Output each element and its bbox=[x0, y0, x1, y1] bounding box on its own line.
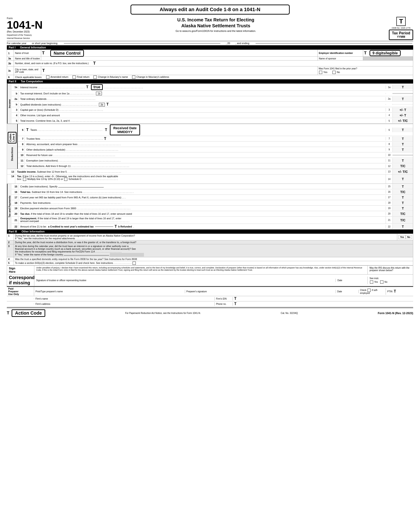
row-18-col: 18 bbox=[386, 201, 392, 205]
field3c-num: 3c bbox=[7, 66, 14, 75]
part3-row3-label: At any time during the calendar year, di… bbox=[14, 244, 413, 257]
part3-row4-num: 4 bbox=[7, 257, 14, 261]
center-title: U.S. Income Tax Return for Electing Alas… bbox=[43, 17, 389, 32]
sched-d-checkbox[interactable] bbox=[64, 178, 67, 181]
preparer-date-field[interactable]: Date bbox=[336, 290, 359, 293]
firm-address-field[interactable]: Firm's address bbox=[34, 302, 215, 306]
self-employed-field: Check if self-employed bbox=[359, 288, 386, 295]
sign-section: Sign Here Under penalties of perjury, I … bbox=[7, 265, 413, 286]
part3-yes-label: Yes bbox=[398, 235, 406, 239]
deductions-row-11: 11 Exemption (see instructions) . . . . … bbox=[18, 158, 413, 163]
row-6-t-prefix: T bbox=[26, 128, 29, 132]
row-11-num: 11 bbox=[18, 159, 25, 162]
row-21: 21 Overpayment. If the total of lines 18… bbox=[12, 217, 413, 224]
prior-year-cell: Was Form 1041 filed in the prior year? Y… bbox=[318, 66, 413, 75]
amended-checkbox[interactable] bbox=[46, 75, 49, 79]
row-19-num: 19 bbox=[12, 206, 18, 210]
city-row: 3c City or town, state, and ZIP code T W… bbox=[7, 66, 413, 75]
row-20-num: 20 bbox=[12, 212, 18, 216]
row-7-label: Trustee fees . . . . . . . . . . . . . .… bbox=[25, 136, 386, 141]
self-employed-checkbox[interactable] bbox=[367, 289, 371, 292]
discuss-no-checkbox[interactable] bbox=[380, 280, 383, 284]
general-info-table: 1 Name of trust T Name Control Employer … bbox=[7, 50, 413, 79]
discuss-yes-checkbox[interactable] bbox=[370, 280, 373, 284]
trustee-value[interactable] bbox=[41, 57, 318, 60]
row-18: 18 Payments. See instructions . . . . . … bbox=[12, 200, 413, 206]
row-22-t: T bbox=[115, 224, 117, 229]
action-code-badge: Action Code bbox=[12, 309, 45, 317]
sponsor-value[interactable] bbox=[363, 57, 413, 60]
form-dept2: Internal Revenue Service bbox=[7, 37, 43, 39]
row-12-value: T/C bbox=[392, 164, 413, 168]
row-20-value: T/C bbox=[392, 212, 413, 216]
change-fiduciary-checkbox[interactable] bbox=[93, 75, 97, 79]
name-control-badge: Name Control bbox=[50, 50, 84, 57]
row-21-value: T/C bbox=[392, 217, 413, 224]
row-2a-col: 2a bbox=[386, 97, 392, 101]
deductions-row-8: 8 Attorney, accountant, and return prepa… bbox=[18, 142, 413, 147]
income-row-2a: 2a Total ordinary dividends . . . . . . … bbox=[12, 96, 413, 102]
firm-phone-label: Phone no. bbox=[215, 302, 233, 306]
city-value[interactable]: T bbox=[41, 66, 318, 75]
change-address-checkbox[interactable] bbox=[132, 75, 135, 79]
yes-checkbox[interactable] bbox=[319, 71, 322, 74]
row-19-col: 19 bbox=[386, 206, 392, 210]
row-19-value: T bbox=[392, 206, 413, 211]
no-checkbox[interactable] bbox=[333, 71, 336, 74]
row-22: 22 Amount of line 21 to be: a Credited t… bbox=[12, 224, 413, 229]
tax-payments-rows: 15 Credits (see instructions). Specify 1… bbox=[12, 184, 413, 229]
part3-no-label: No bbox=[406, 235, 412, 239]
signature-area[interactable]: Signature of trustee or officer represen… bbox=[34, 279, 336, 282]
preparer-name-field[interactable]: Print/Type preparer's name bbox=[34, 290, 185, 293]
row-7-t: T bbox=[104, 137, 106, 141]
top-banner: Always edit an Audit Code 1-8 on a 1041-… bbox=[130, 5, 290, 15]
firm-phone-value[interactable]: T bbox=[233, 301, 413, 306]
firm-name-field[interactable]: Firm's name bbox=[34, 297, 215, 300]
field3b-label: Number, street, and room or suite no. (I… bbox=[14, 60, 413, 66]
row-16: 16 Total tax. Subtract line 15 from line… bbox=[12, 189, 413, 195]
row-14-label: Tax. If line 13 is a (loss), enter -0-. … bbox=[15, 175, 386, 184]
row-9-label: Other deductions (attach schedule) . . .… bbox=[25, 148, 386, 151]
part2-title: Tax Computation bbox=[21, 80, 43, 83]
row-6-num: 6 bbox=[18, 128, 25, 132]
section-643-checkbox[interactable] bbox=[132, 262, 136, 265]
row-13-label: Taxable income. Subtract line 12 from li… bbox=[15, 170, 386, 174]
row-10-value-shaded bbox=[392, 155, 413, 156]
field3a-label: Name and title of trustee bbox=[14, 57, 41, 60]
row-3-label: Capital gain or (loss) (Schedule D) . . … bbox=[18, 108, 386, 112]
yes-option: Yes bbox=[319, 71, 327, 74]
t-indicator: T bbox=[396, 17, 406, 26]
row-16-value: T/C bbox=[392, 190, 413, 194]
row-19: 19 Elective payment election amount from… bbox=[12, 206, 413, 211]
multiply-checkbox[interactable] bbox=[23, 178, 26, 181]
preparer-sig-field[interactable]: Preparer's signature bbox=[185, 290, 336, 293]
part3-row1-yes-no: Yes No bbox=[397, 234, 413, 240]
row-1a-num: 1a bbox=[12, 85, 18, 89]
row-7-num: 7 bbox=[18, 137, 25, 141]
row-4-label: Other income. List type and amount bbox=[18, 114, 386, 117]
firm-ein-value[interactable]: T bbox=[233, 296, 413, 301]
row-8-num: 8 bbox=[18, 142, 25, 146]
row-15-num: 15 bbox=[12, 185, 18, 188]
row-1b-num: b bbox=[12, 92, 18, 95]
prior-year-options: Yes No bbox=[319, 71, 412, 74]
comma-20: , 20 bbox=[226, 42, 230, 44]
row-17-col: 17 bbox=[386, 196, 392, 199]
received-date-badge: Received Date MMDDYY bbox=[110, 124, 140, 135]
part3-row1-num: 1 bbox=[7, 234, 14, 240]
row-10-num: 10 bbox=[18, 153, 25, 157]
field6-num: 6 bbox=[7, 75, 14, 79]
row-2b-t: T bbox=[106, 102, 109, 106]
ptin-field[interactable]: PTIN T bbox=[386, 289, 413, 294]
final-checkbox[interactable] bbox=[72, 75, 76, 79]
name-value-cell[interactable]: T Name Control bbox=[41, 50, 318, 57]
row-11-label: Exemption (see instructions) . . . . . .… bbox=[25, 159, 386, 162]
date-field[interactable]: Date bbox=[336, 279, 367, 282]
deductions-label: Deductions bbox=[11, 147, 14, 161]
deductions-row-12: 12 Total deductions. Add lines 6 through… bbox=[18, 163, 413, 169]
row-12-col: 12 bbox=[386, 164, 392, 168]
ein-value-cell[interactable]: T 9 digits/legible bbox=[363, 50, 413, 57]
income-side-label: Income bbox=[7, 84, 12, 123]
row-13-value: +/- T/C bbox=[392, 169, 413, 174]
row-22-label: Amount of line 21 to be: a Credited to n… bbox=[18, 224, 386, 229]
